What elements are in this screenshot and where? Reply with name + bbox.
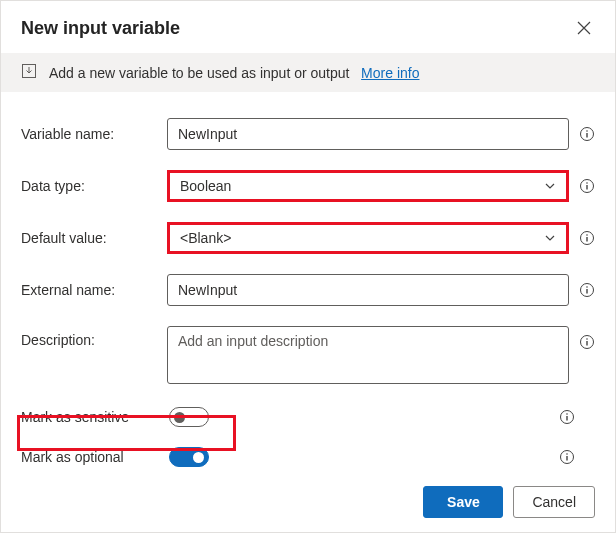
variable-name-input[interactable] [167, 118, 569, 150]
more-info-link[interactable]: More info [361, 65, 419, 81]
svg-point-14 [586, 338, 588, 340]
variable-name-label: Variable name: [21, 126, 157, 142]
description-textarea[interactable] [167, 326, 569, 384]
svg-rect-12 [586, 289, 587, 294]
save-button[interactable]: Save [423, 486, 503, 518]
svg-point-17 [566, 413, 568, 415]
data-type-label: Data type: [21, 178, 157, 194]
info-icon[interactable] [579, 126, 595, 142]
data-type-value: Boolean [180, 178, 231, 194]
chevron-down-icon [544, 232, 556, 244]
default-value-label: Default value: [21, 230, 157, 246]
info-icon[interactable] [579, 230, 595, 246]
toggle-knob [174, 412, 185, 423]
external-name-input[interactable] [167, 274, 569, 306]
mark-sensitive-toggle[interactable] [169, 407, 209, 427]
svg-point-2 [586, 130, 588, 132]
svg-rect-15 [586, 341, 587, 346]
form-body: Variable name: Data type: Boolean [1, 92, 615, 467]
close-icon [577, 23, 591, 38]
new-input-variable-dialog: New input variable Add a new variable to… [0, 0, 616, 533]
mark-optional-toggle[interactable] [169, 447, 209, 467]
external-name-label: External name: [21, 282, 157, 298]
mark-sensitive-label: Mark as sensitive [21, 409, 169, 425]
svg-point-20 [566, 453, 568, 455]
mark-optional-label: Mark as optional [21, 449, 169, 465]
chevron-down-icon [544, 180, 556, 192]
banner-text: Add a new variable to be used as input o… [49, 65, 419, 81]
mark-optional-row: Mark as optional [21, 447, 595, 467]
svg-point-11 [586, 286, 588, 288]
external-name-row: External name: [21, 274, 595, 306]
info-icon[interactable] [559, 409, 575, 425]
variable-name-row: Variable name: [21, 118, 595, 150]
download-icon [21, 63, 37, 82]
data-type-row: Data type: Boolean [21, 170, 595, 202]
svg-point-5 [586, 182, 588, 184]
close-button[interactable] [573, 17, 595, 39]
default-value-select[interactable]: <Blank> [167, 222, 569, 254]
mark-sensitive-row: Mark as sensitive [21, 407, 595, 427]
cancel-button[interactable]: Cancel [513, 486, 595, 518]
svg-rect-9 [586, 237, 587, 242]
svg-rect-3 [586, 133, 587, 138]
info-icon[interactable] [579, 178, 595, 194]
info-banner: Add a new variable to be used as input o… [1, 53, 615, 92]
svg-point-8 [586, 234, 588, 236]
info-icon[interactable] [579, 282, 595, 298]
info-icon[interactable] [579, 334, 595, 350]
default-value-row: Default value: <Blank> [21, 222, 595, 254]
svg-rect-18 [566, 416, 567, 421]
description-label: Description: [21, 326, 157, 348]
svg-rect-6 [586, 185, 587, 190]
default-value-value: <Blank> [180, 230, 231, 246]
dialog-footer: Save Cancel [423, 486, 595, 518]
toggle-knob [193, 452, 204, 463]
dialog-header: New input variable [1, 1, 615, 53]
dialog-title: New input variable [21, 18, 180, 39]
svg-rect-21 [566, 456, 567, 461]
description-row: Description: [21, 326, 595, 387]
info-icon[interactable] [559, 449, 575, 465]
data-type-select[interactable]: Boolean [167, 170, 569, 202]
